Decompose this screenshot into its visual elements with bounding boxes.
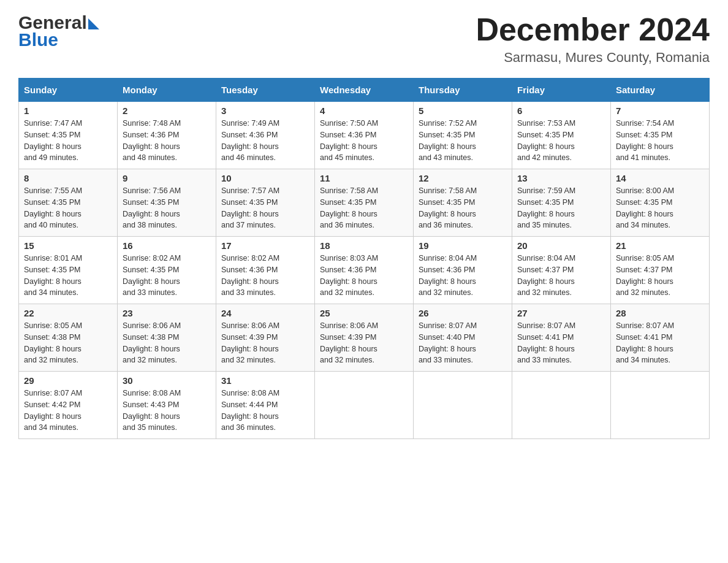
table-row: 17Sunrise: 8:02 AMSunset: 4:36 PMDayligh… [216, 237, 315, 304]
day-info: Sunrise: 8:04 AMSunset: 4:37 PMDaylight:… [517, 253, 605, 299]
page-title: December 2024 [476, 12, 710, 47]
day-info: Sunrise: 8:02 AMSunset: 4:35 PMDaylight:… [123, 253, 211, 299]
header-thursday: Thursday [414, 79, 512, 102]
calendar-table: Sunday Monday Tuesday Wednesday Thursday… [18, 78, 710, 439]
day-info: Sunrise: 7:52 AMSunset: 4:35 PMDaylight:… [419, 118, 507, 164]
day-info: Sunrise: 7:56 AMSunset: 4:35 PMDaylight:… [123, 185, 211, 231]
header-friday: Friday [512, 79, 611, 102]
table-row: 31Sunrise: 8:08 AMSunset: 4:44 PMDayligh… [216, 372, 315, 439]
logo-blue-text: Blue [18, 29, 58, 50]
day-number: 17 [221, 240, 309, 251]
day-number: 16 [123, 240, 211, 251]
table-row: 18Sunrise: 8:03 AMSunset: 4:36 PMDayligh… [315, 237, 414, 304]
day-info: Sunrise: 8:05 AMSunset: 4:38 PMDaylight:… [24, 320, 112, 366]
table-row: 22Sunrise: 8:05 AMSunset: 4:38 PMDayligh… [19, 304, 118, 372]
table-row: 29Sunrise: 8:07 AMSunset: 4:42 PMDayligh… [19, 372, 118, 439]
table-row [512, 372, 611, 439]
page-subtitle: Sarmasu, Mures County, Romania [476, 50, 710, 66]
day-number: 14 [616, 173, 704, 183]
header-sunday: Sunday [19, 79, 118, 102]
title-block: December 2024 Sarmasu, Mures County, Rom… [476, 12, 710, 66]
table-row: 30Sunrise: 8:08 AMSunset: 4:43 PMDayligh… [118, 372, 216, 439]
table-row: 6Sunrise: 7:53 AMSunset: 4:35 PMDaylight… [512, 102, 611, 169]
day-info: Sunrise: 8:06 AMSunset: 4:39 PMDaylight:… [320, 320, 408, 366]
day-info: Sunrise: 8:08 AMSunset: 4:44 PMDaylight:… [221, 388, 309, 434]
calendar-week-row: 29Sunrise: 8:07 AMSunset: 4:42 PMDayligh… [19, 372, 710, 439]
day-info: Sunrise: 8:03 AMSunset: 4:36 PMDaylight:… [320, 253, 408, 299]
day-info: Sunrise: 8:02 AMSunset: 4:36 PMDaylight:… [221, 253, 309, 299]
day-number: 2 [123, 105, 211, 116]
calendar-week-row: 1Sunrise: 7:47 AMSunset: 4:35 PMDaylight… [19, 102, 710, 169]
day-number: 28 [616, 308, 704, 318]
day-number: 20 [517, 240, 605, 251]
calendar-header-row: Sunday Monday Tuesday Wednesday Thursday… [19, 79, 710, 102]
day-info: Sunrise: 8:06 AMSunset: 4:39 PMDaylight:… [221, 320, 309, 366]
day-number: 1 [24, 105, 112, 116]
header-monday: Monday [118, 79, 216, 102]
table-row [611, 372, 710, 439]
day-info: Sunrise: 7:53 AMSunset: 4:35 PMDaylight:… [517, 118, 605, 164]
day-info: Sunrise: 7:58 AMSunset: 4:35 PMDaylight:… [320, 185, 408, 231]
day-number: 27 [517, 308, 605, 318]
table-row: 20Sunrise: 8:04 AMSunset: 4:37 PMDayligh… [512, 237, 611, 304]
table-row: 10Sunrise: 7:57 AMSunset: 4:35 PMDayligh… [216, 169, 315, 237]
table-row: 7Sunrise: 7:54 AMSunset: 4:35 PMDaylight… [611, 102, 710, 169]
day-number: 22 [24, 308, 112, 318]
day-number: 9 [123, 173, 211, 183]
table-row: 5Sunrise: 7:52 AMSunset: 4:35 PMDaylight… [414, 102, 512, 169]
table-row: 9Sunrise: 7:56 AMSunset: 4:35 PMDaylight… [118, 169, 216, 237]
day-number: 18 [320, 240, 408, 251]
day-number: 29 [24, 375, 112, 386]
day-number: 31 [221, 375, 309, 386]
day-info: Sunrise: 7:50 AMSunset: 4:36 PMDaylight:… [320, 118, 408, 164]
table-row: 11Sunrise: 7:58 AMSunset: 4:35 PMDayligh… [315, 169, 414, 237]
day-info: Sunrise: 7:55 AMSunset: 4:35 PMDaylight:… [24, 185, 112, 231]
day-info: Sunrise: 7:47 AMSunset: 4:35 PMDaylight:… [24, 118, 112, 164]
day-info: Sunrise: 8:05 AMSunset: 4:37 PMDaylight:… [616, 253, 704, 299]
header-saturday: Saturday [611, 79, 710, 102]
day-number: 3 [221, 105, 309, 116]
table-row: 16Sunrise: 8:02 AMSunset: 4:35 PMDayligh… [118, 237, 216, 304]
header-tuesday: Tuesday [216, 79, 315, 102]
day-number: 12 [419, 173, 507, 183]
table-row: 15Sunrise: 8:01 AMSunset: 4:35 PMDayligh… [19, 237, 118, 304]
day-number: 21 [616, 240, 704, 251]
logo: General Blue [18, 12, 99, 50]
table-row: 14Sunrise: 8:00 AMSunset: 4:35 PMDayligh… [611, 169, 710, 237]
table-row: 27Sunrise: 8:07 AMSunset: 4:41 PMDayligh… [512, 304, 611, 372]
table-row: 1Sunrise: 7:47 AMSunset: 4:35 PMDaylight… [19, 102, 118, 169]
table-row: 13Sunrise: 7:59 AMSunset: 4:35 PMDayligh… [512, 169, 611, 237]
day-number: 5 [419, 105, 507, 116]
day-info: Sunrise: 8:00 AMSunset: 4:35 PMDaylight:… [616, 185, 704, 231]
table-row: 3Sunrise: 7:49 AMSunset: 4:36 PMDaylight… [216, 102, 315, 169]
day-info: Sunrise: 7:48 AMSunset: 4:36 PMDaylight:… [123, 118, 211, 164]
table-row: 28Sunrise: 8:07 AMSunset: 4:41 PMDayligh… [611, 304, 710, 372]
day-info: Sunrise: 7:59 AMSunset: 4:35 PMDaylight:… [517, 185, 605, 231]
table-row [414, 372, 512, 439]
day-info: Sunrise: 7:49 AMSunset: 4:36 PMDaylight:… [221, 118, 309, 164]
table-row: 23Sunrise: 8:06 AMSunset: 4:38 PMDayligh… [118, 304, 216, 372]
day-info: Sunrise: 8:04 AMSunset: 4:36 PMDaylight:… [419, 253, 507, 299]
day-info: Sunrise: 8:07 AMSunset: 4:41 PMDaylight:… [616, 320, 704, 366]
day-number: 8 [24, 173, 112, 183]
calendar-week-row: 22Sunrise: 8:05 AMSunset: 4:38 PMDayligh… [19, 304, 710, 372]
day-info: Sunrise: 8:07 AMSunset: 4:40 PMDaylight:… [419, 320, 507, 366]
day-number: 11 [320, 173, 408, 183]
day-number: 13 [517, 173, 605, 183]
day-info: Sunrise: 7:57 AMSunset: 4:35 PMDaylight:… [221, 185, 309, 231]
day-number: 19 [419, 240, 507, 251]
day-info: Sunrise: 8:01 AMSunset: 4:35 PMDaylight:… [24, 253, 112, 299]
day-number: 23 [123, 308, 211, 318]
day-info: Sunrise: 8:06 AMSunset: 4:38 PMDaylight:… [123, 320, 211, 366]
day-info: Sunrise: 8:07 AMSunset: 4:41 PMDaylight:… [517, 320, 605, 366]
table-row: 12Sunrise: 7:58 AMSunset: 4:35 PMDayligh… [414, 169, 512, 237]
table-row [315, 372, 414, 439]
day-info: Sunrise: 8:08 AMSunset: 4:43 PMDaylight:… [123, 388, 211, 434]
day-number: 7 [616, 105, 704, 116]
day-number: 24 [221, 308, 309, 318]
day-number: 26 [419, 308, 507, 318]
header-wednesday: Wednesday [315, 79, 414, 102]
table-row: 19Sunrise: 8:04 AMSunset: 4:36 PMDayligh… [414, 237, 512, 304]
table-row: 8Sunrise: 7:55 AMSunset: 4:35 PMDaylight… [19, 169, 118, 237]
day-info: Sunrise: 7:58 AMSunset: 4:35 PMDaylight:… [419, 185, 507, 231]
